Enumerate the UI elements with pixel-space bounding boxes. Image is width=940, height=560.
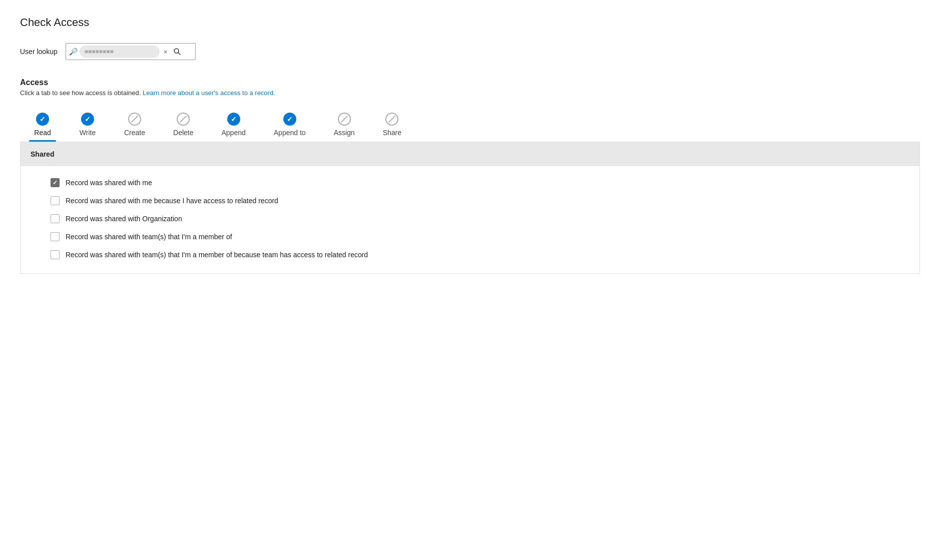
check-icon-append [227,113,240,126]
tab-write[interactable]: Write [65,109,110,142]
tab-label-read: Read [34,129,51,137]
search-prefix-icon: 🔎 [69,48,78,56]
checkbox-row-cb4: Record was shared with team(s) that I'm … [51,232,909,241]
page-title: Check Access [20,16,920,29]
checkbox-cb3[interactable] [51,214,60,223]
checkbox-cb4[interactable] [51,232,60,241]
checkbox-label-cb1: Record was shared with me [66,179,152,187]
user-chip: ■■■■■■■■ [80,46,160,58]
checkbox-row-cb1: Record was shared with me [51,178,909,187]
tab-label-append-to: Append to [274,129,306,137]
check-icon-write [81,113,94,126]
tab-label-create: Create [124,129,145,137]
tab-label-write: Write [80,129,96,137]
access-section: Access Click a tab to see how access is … [20,78,920,97]
checkbox-label-cb5: Record was shared with team(s) that I'm … [66,251,368,259]
checkbox-row-cb2: Record was shared with me because I have… [51,196,909,205]
tab-assign[interactable]: Assign [320,109,369,142]
check-icon-append-to [283,113,296,126]
tab-read[interactable]: Read [20,109,65,142]
tab-label-share: Share [383,129,401,137]
tabs-row: ReadWriteCreateDeleteAppendAppend toAssi… [20,109,920,142]
user-lookup-input[interactable]: 🔎 ■■■■■■■■ × [66,43,196,60]
access-title: Access [20,78,920,87]
shared-body: Record was shared with meRecord was shar… [21,166,919,273]
tab-share[interactable]: Share [369,109,415,142]
checkbox-label-cb2: Record was shared with me because I have… [66,197,278,205]
checkbox-label-cb3: Record was shared with Organization [66,215,182,223]
block-icon-share [385,113,398,126]
user-lookup-label: User lookup [20,48,58,56]
user-lookup-row: User lookup 🔎 ■■■■■■■■ × [20,43,920,60]
checkbox-row-cb3: Record was shared with Organization [51,214,909,223]
access-description: Click a tab to see how access is obtaine… [20,89,920,97]
tab-label-append: Append [222,129,246,137]
tab-label-delete: Delete [173,129,193,137]
tab-delete[interactable]: Delete [159,109,207,142]
shared-section: Shared Record was shared with meRecord w… [20,142,920,274]
clear-icon[interactable]: × [162,47,170,57]
check-icon-read [36,113,49,126]
svg-line-1 [178,53,180,55]
checkbox-label-cb4: Record was shared with team(s) that I'm … [66,233,232,241]
tab-label-assign: Assign [334,129,355,137]
checkbox-row-cb5: Record was shared with team(s) that I'm … [51,250,909,259]
shared-header: Shared [21,142,919,166]
checkbox-cb2[interactable] [51,196,60,205]
search-button[interactable] [171,47,183,57]
block-icon-delete [177,113,190,126]
block-icon-create [128,113,141,126]
checkbox-cb1[interactable] [51,178,60,187]
block-icon-assign [338,113,351,126]
tab-append[interactable]: Append [208,109,260,142]
learn-more-link[interactable]: Learn more about a user's access to a re… [143,89,275,97]
tab-create[interactable]: Create [110,109,159,142]
tab-append-to[interactable]: Append to [260,109,320,142]
checkbox-cb5[interactable] [51,250,60,259]
